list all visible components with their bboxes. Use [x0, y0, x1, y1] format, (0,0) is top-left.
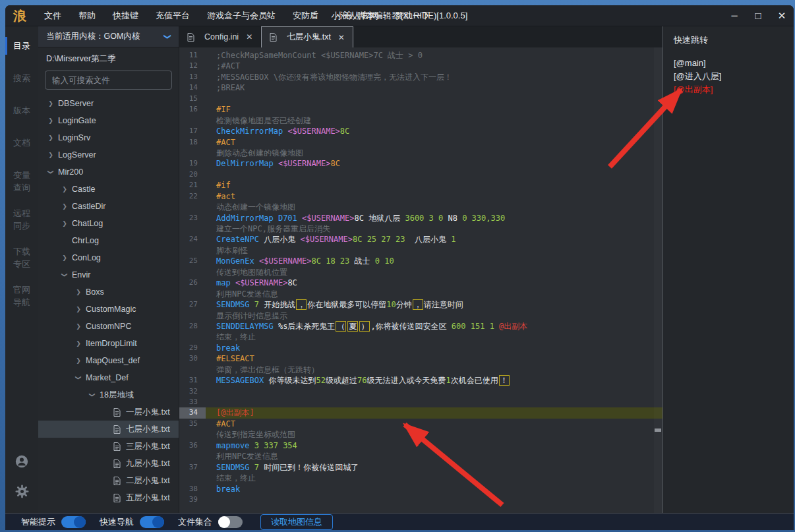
sidebar-item[interactable]: 文档 — [5, 134, 38, 152]
code-text: MonGenEx <$USERNAME>8C 18 23 战士 0 10 — [206, 256, 662, 266]
tree-item[interactable]: 三层小鬼.txt — [38, 438, 179, 455]
code-text: MESSAGEBOX 你等级未达到52级或超过76级无法进入或今天免费1次机会已… — [206, 375, 662, 386]
code-text: 显示倒计时信息提示 — [206, 310, 662, 321]
tree-item-label: LoginGate — [58, 116, 96, 125]
code-line: 动态创建一个镜像地图 — [179, 202, 662, 212]
tree-item[interactable]: ❯CastleDir — [38, 198, 179, 215]
editor-tab[interactable]: 七层小鬼.txt✕ — [261, 26, 353, 47]
code-token: <$USERNAME> — [300, 235, 352, 244]
tree-item[interactable]: ❯Mir200 — [38, 163, 179, 181]
file-search-input[interactable] — [52, 76, 165, 85]
tree-item-label: 九层小鬼.txt — [126, 458, 170, 469]
menu-item[interactable]: 快捷键 — [104, 11, 147, 20]
sidebar-item-label: 目录 — [5, 40, 38, 52]
close-icon[interactable]: ✕ — [338, 33, 345, 42]
menu-item[interactable]: 帮助 — [70, 11, 104, 20]
tree-item[interactable]: ❯Envir — [38, 266, 179, 283]
tree-item[interactable]: ❯Boxs — [38, 283, 179, 301]
sidebar-item[interactable]: 变量查询 — [5, 166, 38, 196]
code-text: SENDMSG 7 开始挑战，你在地狱最多可以停留10分钟，请注意时间 — [206, 299, 662, 310]
tree-item[interactable]: ❯Market_Def — [38, 369, 179, 386]
tree-item[interactable]: 五层小鬼.txt — [38, 489, 179, 506]
tree-item[interactable]: ❯ChatLog — [38, 215, 179, 232]
editor-scrollbar[interactable] — [654, 47, 662, 513]
code-text: 删除动态创建的镜像地图 — [206, 148, 662, 158]
code-token: ） — [359, 321, 370, 332]
toggle-switch[interactable] — [140, 516, 164, 528]
sidebar-item-label: 专区 — [5, 258, 38, 270]
code-editor[interactable]: 11;CheckMapSameMonCount <$USERNAME>7C 战士… — [179, 47, 662, 513]
tree-item[interactable]: ChrLog — [38, 232, 179, 249]
code-line: 结束，终止 — [179, 332, 662, 342]
menu-item[interactable]: 安防盾 — [284, 11, 327, 20]
editor-tab[interactable]: Config.ini✕ — [179, 26, 261, 47]
code-token: <$USERNAME> — [287, 127, 339, 136]
tree-item[interactable]: 一层小鬼.txt — [38, 403, 179, 421]
code-text: 传送到地图随机位置 — [206, 267, 662, 278]
line-number — [179, 332, 206, 342]
file-icon — [113, 477, 122, 485]
sidebar-item[interactable]: 官网导航 — [5, 281, 38, 311]
menu-item[interactable]: 充值平台 — [147, 11, 198, 20]
tree-item[interactable]: 二层小鬼.txt — [38, 472, 179, 489]
minimize-icon[interactable]: ─ — [722, 5, 746, 26]
code-line: 28SENDDELAYMSG %s后未杀死鬼王（夏）,你将被传送回安全区 600… — [179, 321, 662, 332]
gear-icon[interactable] — [15, 485, 29, 501]
tree-item[interactable]: ❯Castle — [38, 181, 179, 198]
tree-item[interactable]: ❯18层地域 — [38, 386, 179, 403]
tree-item[interactable]: ❯ConLog — [38, 249, 179, 266]
sidebar-item[interactable]: 目录 — [5, 37, 38, 55]
file-tree: ❯DBServer❯LoginGate❯LoginSrv❯LogServer❯M… — [38, 95, 179, 513]
scrollbar-thumb[interactable] — [655, 429, 661, 432]
line-number — [179, 245, 206, 256]
sidebar-item[interactable]: 版本 — [5, 102, 38, 119]
quick-jump-item[interactable]: [@main] — [674, 57, 783, 70]
code-text: 弹窗，弹出信息框（无跳转） — [206, 365, 662, 375]
tree-item[interactable]: ❯LogServer — [38, 146, 179, 163]
kernel-selector[interactable]: 当前适用内核：GOM内核 ❯ — [38, 26, 179, 47]
chevron-collapsed-icon: ❯ — [46, 117, 55, 124]
sidebar-item-label: 下载 — [5, 245, 38, 258]
tree-item[interactable]: ❯DBServer — [38, 95, 179, 112]
tree-item[interactable]: ❯ItemDropLimit — [38, 335, 179, 352]
tree-item[interactable]: ❯MapQuest_def — [38, 352, 179, 369]
line-number: 36 — [179, 440, 206, 451]
tree-item[interactable]: 七层小鬼.txt — [38, 421, 179, 438]
line-number: 11 — [179, 50, 206, 61]
quick-jump-title: 快速跳转 — [674, 34, 783, 46]
tree-item[interactable]: 九层小鬼.txt — [38, 455, 179, 472]
tree-item-label: 七层小鬼.txt — [126, 424, 170, 435]
code-line: 19DelMirrorMap <$USERNAME>8C — [179, 158, 662, 169]
code-token: <$USERNAME> — [259, 256, 311, 266]
tree-item[interactable]: ❯CustomNPC — [38, 318, 179, 335]
code-line: 15 — [179, 94, 662, 104]
toggle-switch[interactable] — [218, 516, 243, 528]
sidebar-item[interactable]: 搜索 — [5, 69, 38, 87]
code-text: 建立一个NPC,服务器重启后消失 — [206, 223, 662, 234]
sidebar-item[interactable]: 远程同步 — [5, 204, 38, 235]
read-map-info-button[interactable]: 读取地图信息 — [260, 514, 333, 530]
maximize-icon[interactable]: □ — [746, 5, 770, 26]
code-text: #ACT — [206, 419, 662, 429]
menu-item[interactable]: 游戏盒子与会员站 — [198, 11, 284, 20]
code-text: mapmove 3 337 354 — [206, 440, 662, 451]
close-icon[interactable]: ✕ — [246, 32, 252, 42]
tree-item[interactable]: ❯CustomMagic — [38, 301, 179, 318]
code-token: DelMirrorMap — [216, 159, 278, 168]
chevron-collapsed-icon: ❯ — [60, 220, 69, 227]
code-token: 600 151 1 — [452, 322, 499, 331]
sidebar-item[interactable]: 下载专区 — [5, 243, 38, 273]
tree-item-label: 五层小鬼.txt — [126, 492, 170, 504]
code-line: 16#IF — [179, 104, 662, 115]
line-number — [179, 289, 206, 299]
user-icon[interactable] — [15, 454, 29, 471]
toggle-switch[interactable] — [61, 516, 86, 528]
quick-jump-item[interactable]: [@出副本] — [674, 83, 783, 96]
close-icon[interactable]: ✕ — [770, 5, 794, 26]
code-line: 24CreateNPC 八层小鬼 <$USERNAME>8C 25 27 23 … — [179, 234, 662, 245]
tree-item[interactable]: ❯LoginGate — [38, 112, 179, 129]
menu-item[interactable]: 文件 — [36, 11, 70, 20]
tree-item[interactable]: ❯LoginSrv — [38, 129, 179, 146]
code-line: 利用NPC发送信息 — [179, 451, 662, 461]
quick-jump-item[interactable]: [@进入八层] — [674, 70, 783, 83]
